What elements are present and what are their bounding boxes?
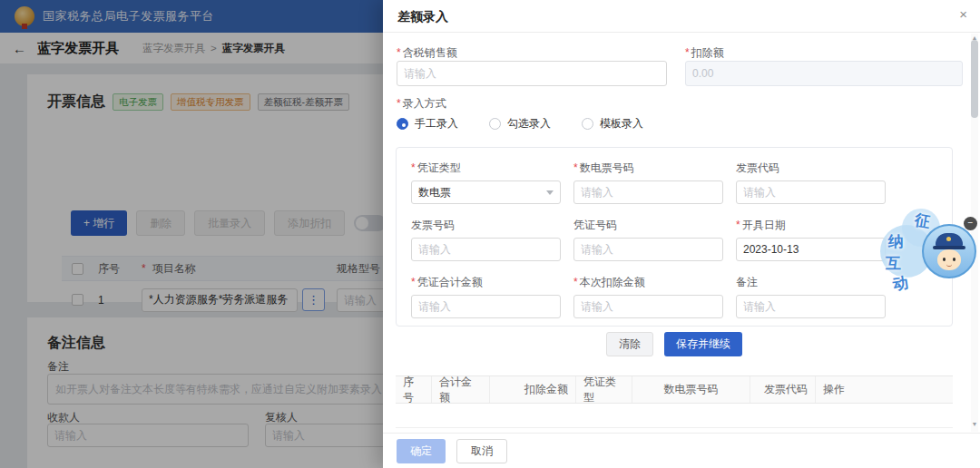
invoice-code-input[interactable] <box>736 180 886 204</box>
sales-amount-label: 含税销售额 <box>403 46 457 59</box>
modal-dim-overlay <box>0 0 383 468</box>
invoice-number-input[interactable] <box>411 238 561 261</box>
drawer-header: 差额录入 × <box>383 0 980 33</box>
col-actions: 操作 <box>816 376 953 403</box>
field-voucher-number: 凭证号码 <box>573 218 723 261</box>
deduction-label: 扣除额 <box>691 46 724 59</box>
sales-amount-input[interactable] <box>397 61 667 86</box>
col-total-amount: 合计金额 <box>432 376 490 403</box>
field-digital-invoice-number: *数电票号码 <box>573 161 723 204</box>
col-seq: 序号 <box>396 376 432 403</box>
drawer-title: 差额录入 <box>397 9 448 25</box>
scrollbar-thumb[interactable] <box>971 40 978 118</box>
save-and-continue-button[interactable]: 保存并继续 <box>664 332 742 356</box>
officer-hat-icon <box>936 233 963 247</box>
chevron-down-icon <box>546 190 554 195</box>
officer-face-icon <box>937 249 961 270</box>
field-voucher-type: *凭证类型 数电票 <box>411 161 561 204</box>
difference-entry-drawer: 差额录入 × *含税销售额 *扣除额 *录入方式 手工录入 勾选录入 模板录入 … <box>383 0 980 468</box>
tax-interaction-mascot-widget[interactable]: 征 纳 互 动 <box>878 205 978 296</box>
confirm-button[interactable]: 确定 <box>397 439 446 463</box>
mascot-officer-avatar[interactable] <box>922 224 976 278</box>
radio-dot-icon <box>582 118 593 130</box>
issue-date-input[interactable] <box>736 238 886 261</box>
voucher-number-input[interactable] <box>573 238 723 261</box>
current-deduction-amount-input[interactable] <box>573 295 723 318</box>
entry-mode-radio-group: 手工录入 勾选录入 模板录入 <box>397 116 643 132</box>
field-current-deduction-amount: *本次扣除金额 <box>573 275 723 318</box>
clear-button[interactable]: 清除 <box>606 332 653 356</box>
drawer-footer: 确定 取消 <box>383 433 980 468</box>
digital-invoice-number-input[interactable] <box>573 180 723 204</box>
field-voucher-total-amount: *凭证合计金额 <box>411 275 561 318</box>
field-invoice-code: 发票代码 <box>736 161 886 204</box>
widget-collapse-handle[interactable]: − <box>964 217 977 230</box>
col-deduction-amount: 扣除金额 <box>490 376 576 403</box>
col-voucher-type: 凭证类型 <box>576 376 632 403</box>
scroll-down-icon[interactable]: ▼ <box>971 421 978 428</box>
radio-dot-icon <box>489 118 501 130</box>
col-invoice-code: 发票代码 <box>750 376 816 403</box>
field-issue-date: *开具日期 <box>736 218 886 261</box>
field-invoice-number: 发票号码 <box>411 218 561 261</box>
radio-select-entry[interactable]: 勾选录入 <box>489 116 551 132</box>
voucher-total-amount-input[interactable] <box>411 295 561 318</box>
entry-mode-label: 录入方式 <box>403 97 446 110</box>
voucher-table-header: 序号 合计金额 扣除金额 凭证类型 数电票号码 发票代码 操作 <box>396 375 953 404</box>
cancel-button[interactable]: 取消 <box>456 439 507 463</box>
radio-dot-icon <box>397 118 408 130</box>
voucher-list-table: 序号 合计金额 扣除金额 凭证类型 数电票号码 发票代码 操作 <box>396 375 953 428</box>
radio-manual-entry[interactable]: 手工录入 <box>397 116 458 132</box>
voucher-remark-input[interactable] <box>736 295 886 318</box>
screen: 国家税务总局电子发票服务平台 ← 蓝字发票开具 蓝字发票开具 > 蓝字发票开具 … <box>0 0 980 468</box>
col-digital-invoice-number: 数电票号码 <box>632 376 750 403</box>
voucher-fields-group: *凭证类型 数电票 *数电票号码 发票代码 发票号码 凭证号码 <box>396 147 953 327</box>
voucher-type-select[interactable]: 数电票 <box>411 180 561 204</box>
field-remark: 备注 <box>736 275 886 318</box>
deduction-input <box>685 61 963 86</box>
close-icon[interactable]: × <box>959 6 967 22</box>
radio-template-entry[interactable]: 模板录入 <box>582 116 643 132</box>
voucher-table-empty-body <box>396 404 953 428</box>
